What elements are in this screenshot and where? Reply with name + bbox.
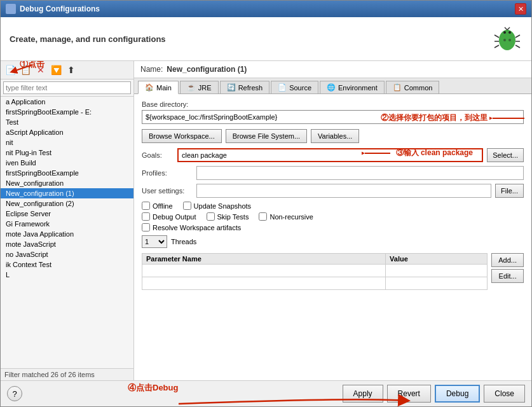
svg-line-12 (515, 45, 520, 48)
settings-label: User settings: (142, 187, 193, 195)
settings-file-btn[interactable]: File... (495, 184, 524, 198)
tab-jre[interactable]: ☕ JRE (180, 81, 219, 93)
tab-common-label: Common (404, 84, 433, 92)
duplicate-btn[interactable]: 📋 (18, 63, 32, 77)
debug-output-checkbox[interactable]: Debug Output (142, 212, 196, 221)
param-table-btns: Add... Edit... (491, 253, 524, 293)
goals-select-btn[interactable]: Select... (487, 148, 524, 162)
param-col-name: Parameter Name (142, 254, 386, 265)
param-edit-btn[interactable]: Edit... (491, 269, 524, 283)
delete-btn[interactable]: ✕ (34, 63, 48, 77)
param-table: Parameter Name Value (142, 253, 488, 290)
resolve-workspace-checkbox[interactable]: Resolve Workspace artifacts (142, 223, 241, 231)
tab-source-icon: 📄 (278, 83, 287, 92)
tab-source-label: Source (289, 84, 311, 92)
list-item[interactable]: Test (1, 117, 133, 127)
browse-workspace-btn[interactable]: Browse Workspace... (142, 129, 222, 143)
non-recursive-label: Non-recursive (269, 213, 313, 221)
list-item-selected[interactable]: New_configuration (1) (1, 188, 133, 198)
tab-main[interactable]: 🏠 Main (138, 81, 179, 94)
tab-env-label: Environment (338, 84, 378, 92)
list-item[interactable]: nit (1, 137, 133, 148)
list-item[interactable]: aScript Application (1, 127, 133, 137)
list-item[interactable]: Gi Framework (1, 219, 133, 229)
debug-output-check[interactable] (142, 212, 150, 221)
offline-check[interactable] (142, 202, 150, 210)
list-item[interactable]: New_configuration (1, 178, 133, 188)
update-snapshots-check[interactable] (183, 202, 191, 210)
filter-box (1, 79, 133, 97)
list-item[interactable]: New_configuration (2) (1, 198, 133, 209)
filter-status: Filter matched 26 of 26 items (1, 368, 133, 380)
svg-point-2 (503, 30, 512, 38)
threads-label: Threads (171, 238, 196, 245)
app-icon (6, 4, 16, 14)
list-item[interactable]: nit Plug-in Test (1, 148, 133, 158)
tree-list[interactable]: a Application firstSpringBootExample - E… (1, 97, 133, 368)
variables-btn[interactable]: Variables... (311, 129, 359, 143)
list-item[interactable]: a Application (1, 97, 133, 107)
settings-row: User settings: File... (142, 184, 524, 198)
step2-annotation: ②选择你要打包的项目，到这里 (381, 112, 528, 125)
svg-point-0 (7, 6, 15, 12)
tab-refresh[interactable]: 🔄 Refresh (220, 81, 270, 93)
close-button[interactable]: Close (484, 385, 525, 403)
step3-annotation: ③输入 clean package (362, 147, 473, 160)
profiles-input[interactable] (196, 166, 524, 180)
new-config-btn[interactable]: 📄 (3, 63, 17, 77)
link-proto-btn[interactable]: ⬆ (64, 63, 78, 77)
list-item[interactable]: Eclipse Server (1, 209, 133, 219)
browse-btn-row: Browse Workspace... Browse File System..… (142, 129, 524, 143)
name-value: New_configuration (1) (167, 65, 247, 74)
svg-point-4 (508, 31, 511, 34)
settings-input[interactable] (196, 184, 491, 198)
svg-line-7 (494, 35, 499, 38)
svg-point-14 (508, 39, 511, 41)
tab-common[interactable]: 📋 Common (386, 81, 440, 93)
help-button[interactable]: ? (7, 386, 22, 401)
resolve-workspace-label: Resolve Workspace artifacts (153, 224, 241, 231)
update-snapshots-label: Update Snapshots (194, 202, 252, 210)
skip-tests-checkbox[interactable]: Skip Tests (207, 212, 249, 221)
param-col-value: Value (386, 254, 488, 265)
threads-select[interactable]: 1 2 4 (142, 235, 167, 248)
list-item[interactable]: iven Build (1, 158, 133, 168)
list-item[interactable]: L (1, 270, 133, 280)
name-bar: Name: New_configuration (1) (134, 61, 531, 78)
non-recursive-check[interactable] (259, 212, 267, 221)
dialog-footer: ④点击Debug ? Apply Revert Debug Close (1, 380, 531, 406)
update-snapshots-checkbox[interactable]: Update Snapshots (183, 202, 252, 210)
param-add-btn[interactable]: Add... (491, 253, 524, 267)
tab-refresh-icon: 🔄 (227, 83, 236, 92)
debug-button[interactable]: Debug (435, 385, 480, 403)
step4-arrow (128, 391, 433, 407)
filter-input[interactable] (3, 81, 131, 94)
tab-refresh-label: Refresh (238, 84, 263, 92)
list-item[interactable]: no JavaScript (1, 249, 133, 259)
list-item[interactable]: mote JavaScript (1, 239, 133, 249)
tab-source[interactable]: 📄 Source (271, 81, 318, 93)
list-item[interactable]: ik Context Test (1, 259, 133, 270)
list-item[interactable]: firstSpringBootExample (1, 168, 133, 178)
right-panel: Name: New_configuration (1) 🏠 Main ☕ JRE… (134, 61, 531, 380)
dialog-body: ①点击 📄 📋 ✕ 🔽 ⬆ (1, 61, 531, 380)
checkbox-row-1: Offline Update Snapshots (142, 202, 524, 210)
table-row (142, 277, 488, 290)
non-recursive-checkbox[interactable]: Non-recursive (259, 212, 313, 221)
list-item[interactable]: firstSpringBootExample - E: (1, 107, 133, 117)
offline-checkbox[interactable]: Offline (142, 202, 173, 210)
left-panel: ①点击 📄 📋 ✕ 🔽 ⬆ (1, 61, 134, 380)
bug-icon (492, 24, 522, 54)
resolve-workspace-check[interactable] (142, 223, 150, 231)
tab-environment[interactable]: 🌐 Environment (320, 81, 385, 93)
tab-jre-label: JRE (198, 84, 212, 92)
collapse-btn[interactable]: 🔽 (49, 63, 63, 77)
list-item[interactable]: mote Java Application (1, 229, 133, 239)
browse-filesystem-btn[interactable]: Browse File System... (226, 129, 307, 143)
dialog-header: Create, manage, and run configurations (1, 17, 531, 61)
tab-content-main: Base directory: ②选择你要打包的项目，到这里 (134, 94, 531, 380)
skip-tests-check[interactable] (207, 212, 215, 221)
window-close-btn[interactable]: ✕ (515, 3, 526, 15)
param-table-wrap: Parameter Name Value (142, 253, 524, 293)
goals-section: Goals: Select... (142, 148, 524, 162)
